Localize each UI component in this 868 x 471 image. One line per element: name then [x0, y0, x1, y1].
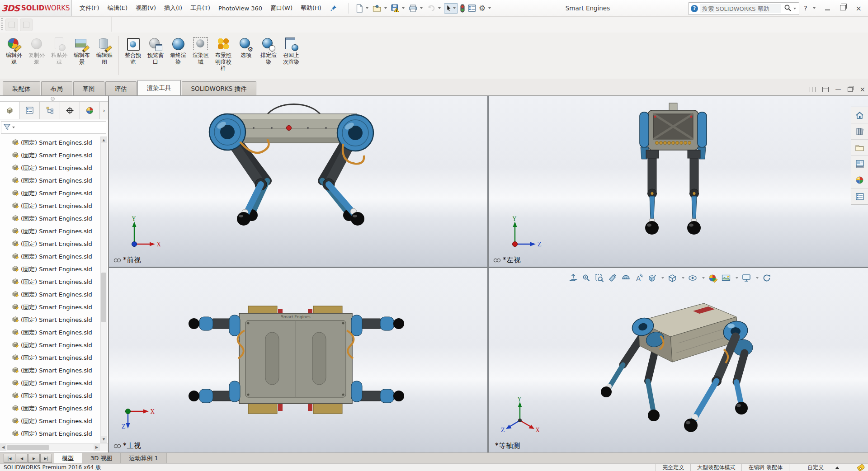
help-dropdown-caret[interactable] — [813, 7, 816, 9]
scroll-right-arrow[interactable]: ▶ — [94, 444, 100, 451]
tab-property-manager[interactable] — [20, 102, 40, 119]
viewport-left[interactable]: *左视 Y Z — [489, 96, 868, 267]
task-pane-view-palette[interactable] — [851, 156, 868, 172]
tree-vertical-scrollbar[interactable]: ▲ ▼ — [100, 137, 107, 443]
tree-item[interactable]: (固定) Smart Engines.sld — [0, 314, 101, 326]
hide-show-items-caret[interactable] — [702, 277, 705, 279]
tree-item[interactable]: (固定) Smart Engines.sld — [0, 200, 101, 212]
menu-item[interactable]: 工具(T) — [186, 2, 214, 14]
search-input[interactable] — [700, 4, 781, 13]
close-button[interactable]: × — [853, 3, 864, 14]
apply-scene-icon[interactable] — [721, 273, 731, 283]
print-dropdown-caret[interactable] — [420, 7, 423, 9]
tree-item[interactable]: (固定) Smart Engines.sld — [0, 402, 101, 415]
tile-vertical-icon[interactable] — [810, 87, 816, 92]
section-view-icon[interactable] — [621, 273, 631, 283]
display-pane-button[interactable] — [467, 4, 477, 13]
tab-feature-manager-tree[interactable] — [0, 102, 20, 119]
ribbon-button[interactable]: 复制外观 — [25, 36, 48, 66]
scroll-down-arrow[interactable]: ▼ — [101, 436, 107, 443]
zoom-to-area-icon[interactable] — [581, 273, 591, 283]
menu-item[interactable]: PhotoView 360 — [214, 3, 266, 14]
tab-display-manager[interactable] — [80, 102, 100, 119]
tree-item[interactable]: (固定) Smart Engines.sld — [0, 428, 101, 440]
tree-item[interactable]: (固定) Smart Engines.sld — [0, 212, 101, 225]
tree-item[interactable]: (固定) Smart Engines.sld — [0, 339, 101, 352]
task-pane-custom-properties[interactable] — [851, 188, 868, 204]
toolbar-grip[interactable] — [1, 18, 3, 31]
edit-appearance-headsup-icon[interactable] — [708, 273, 718, 283]
ribbon-button[interactable]: 排定渲染 — [257, 36, 280, 66]
ribbon-tab[interactable]: 装配体 — [3, 81, 40, 95]
help-button[interactable]: ? — [804, 5, 807, 12]
ribbon-button[interactable]: 布景照明度校样 — [212, 36, 235, 72]
tree-item[interactable]: (固定) Smart Engines.sld — [0, 390, 101, 402]
panel-tabs-more-chevron[interactable]: › — [100, 102, 108, 119]
ribbon-tab[interactable]: 布局 — [41, 81, 72, 95]
ribbon-button[interactable]: 渲染区域 — [189, 36, 212, 66]
tree-item[interactable]: (固定) Smart Engines.sld — [0, 364, 101, 377]
tree-item[interactable]: (固定) Smart Engines.sld — [0, 149, 101, 162]
ribbon-button[interactable]: 整合预览 — [122, 36, 144, 66]
model-tab[interactable]: 3D 视图 — [82, 453, 121, 464]
view-orientation-icon[interactable] — [647, 273, 657, 283]
ribbon-button[interactable]: 编辑贴图 — [93, 36, 116, 66]
view-settings-icon[interactable] — [741, 273, 751, 283]
tree-item[interactable]: (固定) Smart Engines.sld — [0, 225, 101, 238]
ribbon-tab[interactable]: 评估 — [105, 81, 137, 95]
viewport-front[interactable]: *前视 Y X — [109, 96, 487, 267]
undo-dropdown-caret[interactable] — [438, 7, 441, 9]
print-button[interactable] — [408, 4, 418, 13]
viewport-vertical-splitter[interactable] — [487, 96, 489, 453]
vcr-button[interactable]: ▶| — [40, 454, 52, 463]
task-pane-appearances[interactable] — [851, 172, 868, 188]
minimize-button[interactable] — [822, 4, 833, 13]
tree-item[interactable]: (固定) Smart Engines.sld — [0, 377, 101, 390]
tree-item[interactable]: (固定) Smart Engines.sld — [0, 263, 101, 276]
open-button[interactable] — [372, 4, 382, 13]
menu-item[interactable]: 插入(I) — [160, 2, 186, 14]
tree-item[interactable]: (固定) Smart Engines.sld — [0, 250, 101, 263]
status-custom-caret[interactable] — [835, 466, 839, 469]
tab-configuration-manager[interactable] — [40, 102, 60, 119]
save-dropdown-caret[interactable] — [402, 7, 405, 9]
ribbon-button[interactable]: 召回上次渲染 — [280, 36, 302, 66]
vcr-button[interactable]: |◀ — [4, 454, 15, 463]
search-icon[interactable] — [784, 4, 792, 14]
search-help-icon[interactable]: ? — [691, 5, 698, 12]
tile-horizontal-icon[interactable] — [822, 87, 829, 92]
tree-item[interactable]: (固定) Smart Engines.sld — [0, 288, 101, 301]
hide-annotations-icon[interactable]: A — [634, 273, 644, 283]
filter-dropdown-caret[interactable] — [12, 127, 15, 128]
panel-splitter-handle[interactable] — [51, 97, 55, 101]
hide-show-items-icon[interactable] — [688, 273, 698, 283]
scrollbar-thumb[interactable] — [101, 273, 106, 322]
select-tool-button[interactable] — [444, 3, 458, 14]
section-tool-icon[interactable] — [608, 273, 618, 283]
task-pane-file-explorer[interactable] — [851, 140, 868, 156]
status-tag[interactable] — [844, 465, 868, 470]
display-style-icon[interactable] — [667, 273, 677, 283]
ribbon-button[interactable]: 编辑外观 — [3, 36, 25, 66]
new-dropdown-caret[interactable] — [366, 7, 368, 9]
tree-item[interactable]: (固定) Smart Engines.sld — [0, 352, 101, 364]
ribbon-button[interactable]: 粘贴外观 — [48, 36, 71, 66]
menu-item[interactable]: 文件(F) — [75, 2, 104, 14]
scroll-left-arrow[interactable]: ◀ — [0, 444, 6, 451]
vcr-button[interactable]: ▶ — [28, 454, 40, 463]
zoom-to-fit-icon[interactable] — [568, 273, 578, 283]
select-dropdown-caret[interactable] — [453, 7, 456, 9]
undo-button[interactable] — [426, 4, 436, 13]
viewport-restore-icon[interactable] — [848, 87, 853, 92]
view-orientation-caret[interactable] — [661, 277, 664, 279]
scrollbar-thumb[interactable] — [7, 445, 49, 450]
ribbon-tab[interactable]: 渲染工具 — [137, 80, 181, 95]
tree-item[interactable]: (固定) Smart Engines.sld — [0, 415, 101, 428]
ribbon-button[interactable]: 编辑布景 — [71, 36, 93, 66]
model-tab[interactable]: 模型 — [54, 453, 82, 464]
viewport-minimize-icon[interactable]: — — [835, 87, 841, 92]
vcr-button[interactable]: ◀ — [16, 454, 28, 463]
tab-dimxpert-manager[interactable] — [60, 102, 80, 119]
rotate-view-icon[interactable] — [762, 273, 772, 283]
options-gear-icon[interactable]: ⚙ — [478, 3, 486, 14]
